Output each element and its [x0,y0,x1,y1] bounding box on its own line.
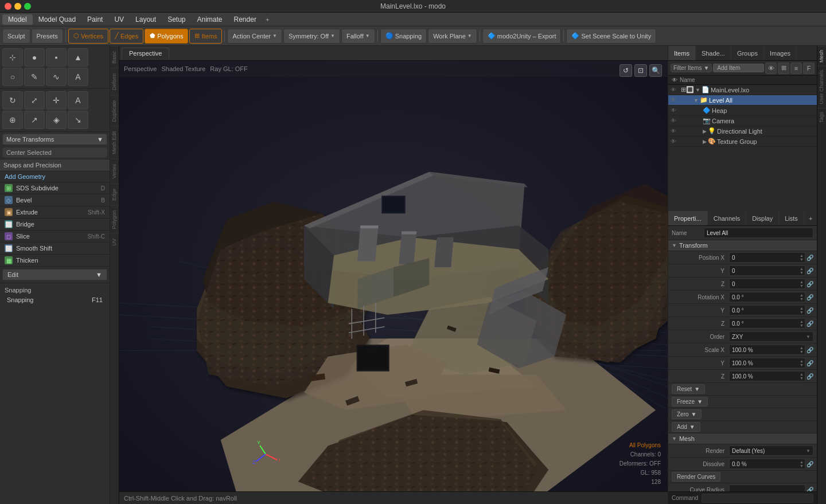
position-x-value[interactable]: 0 ▲ ▼ [729,252,805,263]
tab-items[interactable]: Items [668,46,696,60]
name-value[interactable]: Level All [704,228,813,238]
tool-extra[interactable]: ↘ [68,111,88,129]
eye-texture-group[interactable]: 👁 [671,138,680,144]
tool-sds-subdivide[interactable]: ⊞ SDS Subdivide D [0,182,110,194]
menu-model-quad[interactable]: Model Quad [33,14,81,25]
pos-z-up[interactable]: ▲ [800,280,804,284]
dissolve-link[interactable]: 🔗 [805,461,813,467]
scale-z-link[interactable]: 🔗 [805,373,813,380]
side-tab-duplicate[interactable]: Duplicate [110,95,119,127]
tool-circle[interactable]: ○ [2,68,23,86]
render-dropdown[interactable]: Default (Yes) ▼ [729,446,813,456]
snapping-tool-btn[interactable]: Snapping F11 [5,295,105,305]
zero-btn[interactable]: Zero ▼ [672,409,702,419]
center-selected-btn[interactable]: Center Selected [2,147,107,158]
dissolve-value[interactable]: 0.0 % ▲ ▼ [729,459,805,469]
more-transforms-btn[interactable]: More Transforms ▼ [2,134,107,145]
side-tab-basic[interactable]: Basic [110,46,119,68]
tool-transform[interactable]: A [68,91,88,110]
modo2unity-button[interactable]: 🔷 modo2Unity – Export [482,29,562,44]
pos-x-link[interactable]: 🔗 [805,255,813,261]
scale-x-down[interactable]: ▼ [800,350,804,354]
tab-lists[interactable]: Lists [779,211,804,225]
eye-heap[interactable]: 👁 [671,107,680,114]
snaps-section-header[interactable]: Snaps and Precision [0,159,110,171]
tool-bridge[interactable]: ⬜ Bridge [0,218,110,230]
curve-radius-link[interactable]: 🔗 [805,487,813,492]
item-directional-light[interactable]: 👁 ▶ 💡 Directional Light [668,126,817,136]
rot-x-down[interactable]: ▼ [800,297,804,301]
tab-shade[interactable]: Shade... [696,46,731,60]
tool-select[interactable]: ⊹ [2,48,23,67]
items-grid-btn[interactable]: ⊞ [778,62,789,74]
tool-thicken[interactable]: ▦ Thicken [0,255,110,267]
add-geometry-btn[interactable]: Add Geometry [0,171,110,182]
sculpt-button[interactable]: Sculpt [2,29,30,44]
scale-x-up[interactable]: ▲ [800,346,804,350]
items-eye-btn[interactable]: 👁 [765,62,777,74]
close-button[interactable] [5,3,11,10]
tool-extrude[interactable]: ▣ Extrude Shift-X [0,206,110,218]
item-heap[interactable]: 👁 🔷 Heap [668,106,817,116]
tool-scale[interactable]: ⤢ [24,91,45,110]
tool-rotate[interactable]: ↻ [2,91,23,110]
add-item-btn[interactable]: Add Item [713,64,764,72]
scale-y-value[interactable]: 100.0 % ▲ ▼ [729,358,805,368]
tool-cube[interactable]: ▪ [46,48,67,67]
freeze-btn[interactable]: Freeze ▼ [672,397,708,407]
rot-y-up[interactable]: ▲ [800,306,804,310]
polygons-button[interactable]: ⬟ Polygons [145,29,188,44]
pos-z-down[interactable]: ▼ [800,284,804,288]
item-level-all[interactable]: 👁 ▼ 📁 Level All [668,95,817,106]
item-camera[interactable]: 👁 📷 Camera [668,116,817,126]
set-scene-scale-button[interactable]: 🔷 Set Scene Scale to Unity [566,29,656,44]
work-plane-button[interactable]: Work Plane ▼ [428,29,477,44]
rotation-z-value[interactable]: 0.0 ° ▲ ▼ [729,318,805,329]
rot-y-link[interactable]: 🔗 [805,307,813,314]
pos-y-up[interactable]: ▲ [800,267,804,271]
position-y-value[interactable]: 0 ▲ ▼ [729,265,805,276]
vp-tab-perspective[interactable]: Perspective [122,48,169,59]
tool-snap[interactable]: ⊕ [2,111,23,129]
eye-dir-light[interactable]: 👁 [671,128,680,134]
scale-z-down[interactable]: ▼ [800,376,804,380]
menu-model[interactable]: Model [2,14,33,25]
side-tab-deform[interactable]: Deform [110,68,119,95]
side-tab-mesh-edit[interactable]: Mesh Edit [110,126,119,159]
dissolve-up[interactable]: ▲ [800,460,804,464]
edit-dropdown[interactable]: Edit ▼ [2,269,107,280]
right-tab-mesh[interactable]: Mesh [817,46,826,66]
level-all-triangle[interactable]: ▼ [693,97,699,103]
pos-x-down[interactable]: ▼ [800,257,804,261]
presets-button[interactable]: Presets [32,29,63,44]
transform-section[interactable]: ▼ Transform [668,240,817,251]
items-search-btn[interactable]: F [803,62,815,74]
scale-y-up[interactable]: ▲ [800,359,804,363]
side-tab-edge[interactable]: Edge [110,183,119,205]
symmetry-button[interactable]: Symmetry: Off ▼ [283,29,340,44]
item-mainlevel[interactable]: 👁 ⊞🔳 ▼ 📄 MainLevel.lxo [668,85,817,95]
render-curves-btn[interactable]: Render Curves [672,472,720,482]
tool-cone[interactable]: ▲ [68,48,88,67]
order-dropdown[interactable]: ZXY ▼ [729,331,813,342]
rotation-x-value[interactable]: 0.0 ° ▲ ▼ [729,292,805,302]
tab-groups[interactable]: Groups [731,46,764,60]
action-center-button[interactable]: Action Center ▼ [227,29,282,44]
items-list-btn[interactable]: ≡ [790,62,802,74]
dissolve-down[interactable]: ▼ [800,464,804,468]
minimize-button[interactable] [14,3,21,10]
scale-y-link[interactable]: 🔗 [805,360,813,366]
pos-y-down[interactable]: ▼ [800,271,804,275]
tool-bevel[interactable]: ◇ Bevel B [0,194,110,206]
tab-images[interactable]: Images [764,46,797,60]
menu-setup[interactable]: Setup [162,14,191,25]
menu-render[interactable]: Render [228,14,262,25]
vp-fit-btn[interactable]: ⊡ [634,64,647,77]
tool-move[interactable]: ✛ [46,91,67,110]
rot-x-up[interactable]: ▲ [800,293,804,297]
vp-zoom-btn[interactable]: 🔍 [649,64,662,77]
vp-reset-btn[interactable]: ↺ [620,64,632,77]
items-button[interactable]: ⊞ Items [189,29,222,44]
tool-sphere[interactable]: ● [24,48,45,67]
reset-btn[interactable]: Reset ▼ [672,384,705,394]
